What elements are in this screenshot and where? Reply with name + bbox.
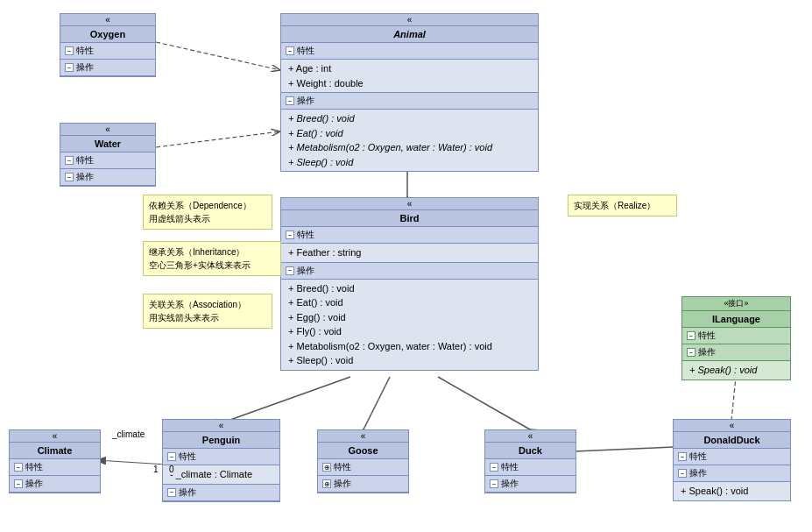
- bird-class: « Bird − 特性 + Feather : string − 操作 + Br…: [280, 197, 539, 371]
- donald-duck-ops-collapse[interactable]: −: [678, 469, 687, 478]
- note-dependence-line2: 用虚线箭头表示: [149, 212, 266, 225]
- duck-props-collapse[interactable]: −: [490, 463, 498, 472]
- animal-props-content: + Age : int + Weight : double: [281, 60, 538, 93]
- duck-title: Duck: [485, 443, 575, 459]
- water-props-collapse[interactable]: −: [65, 156, 74, 165]
- bird-ops-content: + Breed() : void + Eat() : void + Egg() …: [281, 280, 538, 370]
- animal-ops-header: − 操作: [281, 93, 538, 110]
- animal-ops-content: + Breed() : void + Eat() : void + Metabo…: [281, 110, 538, 171]
- animal-op-2: + Eat() : void: [288, 126, 531, 141]
- penguin-props-content: - _climate : Climate: [163, 465, 279, 485]
- animal-props-label: 特性: [297, 45, 314, 57]
- ilanguage-ops-label: 操作: [698, 346, 716, 358]
- oxygen-ops-collapse[interactable]: −: [65, 63, 74, 72]
- duck-props-header: − 特性: [485, 459, 575, 476]
- climate-props-collapse[interactable]: −: [14, 463, 23, 472]
- penguin-class: « Penguin − 特性 - _climate : Climate − 操作: [162, 419, 280, 502]
- duck-ops-collapse[interactable]: −: [490, 479, 498, 488]
- goose-chevron: «: [318, 430, 408, 443]
- animal-props-header: − 特性: [281, 43, 538, 60]
- climate-ops-header: − 操作: [10, 476, 100, 493]
- animal-ops-label: 操作: [297, 95, 314, 107]
- donald-duck-ops-label: 操作: [689, 467, 707, 479]
- bird-props-header: − 特性: [281, 227, 538, 244]
- donald-duck-title: DonaldDuck: [674, 432, 790, 449]
- water-ops-collapse[interactable]: −: [65, 173, 74, 181]
- oxygen-class: « Oxygen − 特性 − 操作: [60, 13, 156, 77]
- oxygen-ops-header: − 操作: [60, 60, 155, 76]
- animal-prop-2: + Weight : double: [288, 76, 531, 91]
- svg-line-4: [156, 131, 280, 147]
- bird-op-5: + Metabolism(o2 : Oxygen, water : Water)…: [288, 339, 531, 354]
- note-realize: 实现关系（Realize）: [568, 195, 677, 216]
- goose-props-header: ⊕ 特性: [318, 459, 408, 476]
- climate-ops-label: 操作: [25, 478, 43, 490]
- multiplicity-1: 1: [153, 465, 159, 474]
- goose-props-collapse[interactable]: ⊕: [322, 463, 331, 472]
- bird-props-label: 特性: [297, 229, 314, 241]
- donald-duck-ops-content: + Speak() : void: [674, 482, 790, 500]
- donald-duck-op-1: + Speak() : void: [681, 484, 783, 499]
- penguin-chevron: «: [163, 420, 279, 432]
- note-realize-line1: 实现关系（Realize）: [574, 199, 671, 212]
- penguin-ops-label: 操作: [179, 486, 196, 499]
- penguin-ops-collapse[interactable]: −: [167, 488, 176, 497]
- note-association-line1: 关联关系（Association）: [149, 298, 266, 311]
- bird-op-2: + Eat() : void: [288, 295, 531, 310]
- svg-line-10: [731, 377, 736, 421]
- note-dependence-line1: 依赖关系（Dependence）: [149, 199, 266, 212]
- donald-duck-props-header: − 特性: [674, 449, 790, 465]
- bird-op-6: + Sleep() : void: [288, 353, 531, 368]
- ilanguage-props-label: 特性: [698, 330, 716, 342]
- climate-title: Climate: [10, 443, 100, 459]
- goose-ops-header: ⊕ 操作: [318, 476, 408, 493]
- water-ops-header: − 操作: [60, 169, 155, 186]
- diagram-container: « Oxygen − 特性 − 操作 « Water − 特性 − 操作 « A…: [0, 0, 812, 532]
- bird-title: Bird: [281, 210, 538, 227]
- goose-title: Goose: [318, 443, 408, 459]
- goose-ops-collapse[interactable]: ⊕: [322, 479, 331, 488]
- animal-ops-collapse[interactable]: −: [286, 96, 294, 105]
- oxygen-ops-label: 操作: [76, 61, 94, 74]
- oxygen-props-collapse[interactable]: −: [65, 46, 74, 55]
- duck-props-label: 特性: [501, 461, 519, 473]
- water-props-label: 特性: [76, 154, 94, 167]
- oxygen-props-label: 特性: [76, 45, 94, 57]
- bird-op-1: + Breed() : void: [288, 281, 531, 296]
- oxygen-props-header: − 特性: [60, 43, 155, 60]
- svg-line-9: [575, 447, 674, 451]
- climate-props-label: 特性: [25, 461, 43, 473]
- goose-class: « Goose ⊕ 特性 ⊕ 操作: [317, 429, 409, 493]
- bird-props-collapse[interactable]: −: [286, 231, 294, 239]
- climate-class: « Climate − 特性 − 操作: [9, 429, 101, 493]
- ilanguage-ops-collapse[interactable]: −: [687, 348, 695, 357]
- animal-op-3: + Metabolism(o2 : Oxygen, water : Water)…: [288, 140, 531, 155]
- donald-duck-props-collapse[interactable]: −: [678, 452, 687, 461]
- ilanguage-ops-content: + Speak() : void: [682, 361, 790, 379]
- bird-op-4: + Fly() : void: [288, 324, 531, 339]
- penguin-props-collapse[interactable]: −: [167, 452, 176, 461]
- bird-op-3: + Egg() : void: [288, 310, 531, 325]
- duck-ops-label: 操作: [501, 478, 519, 490]
- note-association: 关联关系（Association） 用实线箭头来表示: [143, 294, 272, 329]
- animal-props-collapse[interactable]: −: [286, 46, 294, 55]
- bird-ops-collapse[interactable]: −: [286, 266, 294, 275]
- animal-class: « Animal − 特性 + Age : int + Weight : dou…: [280, 13, 539, 172]
- climate-chevron: «: [10, 430, 100, 443]
- bird-props-content: + Feather : string: [281, 244, 538, 263]
- ilanguage-chevron: «接口»: [682, 297, 790, 311]
- bird-prop-1: + Feather : string: [288, 245, 531, 260]
- duck-chevron: «: [485, 430, 575, 443]
- bird-ops-label: 操作: [297, 265, 314, 277]
- donald-duck-class: « DonaldDuck − 特性 − 操作 + Speak() : void: [673, 419, 791, 501]
- bird-chevron: «: [281, 198, 538, 210]
- climate-ops-collapse[interactable]: −: [14, 479, 23, 488]
- oxygen-title: Oxygen: [60, 26, 155, 43]
- duck-class: « Duck − 特性 − 操作: [484, 429, 576, 493]
- ilanguage-ops-header: − 操作: [682, 344, 790, 361]
- ilanguage-props-collapse[interactable]: −: [687, 331, 695, 340]
- water-ops-label: 操作: [76, 171, 94, 183]
- penguin-props-label: 特性: [179, 450, 196, 463]
- climate-props-header: − 特性: [10, 459, 100, 476]
- note-inheritance: 继承关系（Inheritance） 空心三角形+实体线来表示: [143, 241, 281, 276]
